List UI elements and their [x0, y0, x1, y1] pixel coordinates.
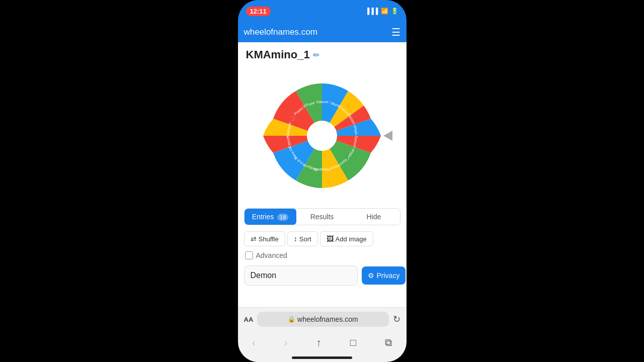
page-title: KMAmino_1 — [246, 48, 310, 61]
page-title-row: KMAmino_1 ✏ — [238, 42, 407, 65]
status-time: 12:11 — [246, 7, 271, 16]
status-bar: 12:11 ▐▐▐ 📶 🔋 — [238, 0, 407, 22]
tab-entries[interactable]: Entries 18 — [245, 209, 296, 225]
action-row: ⇄ Shuffle ↕ Sort 🖼 Add image — [238, 229, 407, 250]
url-text: wheelofnames.com — [297, 315, 358, 323]
lock-icon: 🔒 — [288, 316, 295, 323]
advanced-row: Advanced — [238, 250, 407, 263]
tabs-row: Entries 18 Results Hide — [244, 208, 400, 225]
sort-icon: ↕ — [294, 235, 297, 243]
battery-icon: 🔋 — [391, 8, 398, 15]
entry-input[interactable] — [244, 265, 358, 286]
home-indicator — [292, 356, 352, 359]
shuffle-icon: ⇄ — [251, 235, 257, 243]
hamburger-menu[interactable]: ☰ — [391, 26, 400, 38]
add-image-button[interactable]: 🖼 Add image — [320, 231, 373, 246]
sort-button[interactable]: ↕ Sort — [287, 231, 318, 246]
tab-results[interactable]: Results — [296, 209, 348, 225]
edit-icon[interactable]: ✏ — [313, 50, 319, 60]
forward-button[interactable]: › — [278, 335, 294, 350]
signal-icon: ▐▐▐ — [365, 8, 378, 15]
image-icon: 🖼 — [327, 235, 334, 243]
page-content: KMAmino_1 ✏ — [238, 42, 407, 307]
advanced-checkbox[interactable] — [245, 251, 253, 259]
back-button[interactable]: ‹ — [246, 335, 262, 350]
phone-frame: 12:11 ▐▐▐ 📶 🔋 wheelofnames.com ☰ KMAmino… — [238, 0, 407, 362]
advanced-label: Advanced — [256, 251, 287, 259]
aa-button[interactable]: AA — [244, 316, 254, 323]
wheel-svg-wrapper[interactable]: Demon •Phili• ✓Kenos kezu Allayanna Zard… — [257, 70, 387, 201]
svg-text:Sakura: Sakura — [316, 100, 329, 104]
address-bar[interactable]: 🔒 wheelofnames.com — [257, 312, 388, 327]
browser-header: wheelofnames.com ☰ — [238, 22, 407, 42]
tab-hide[interactable]: Hide — [348, 209, 400, 225]
tabs-button[interactable]: ⧉ — [379, 335, 398, 350]
svg-point-0 — [307, 121, 337, 151]
browser-url[interactable]: wheelofnames.com — [244, 27, 391, 37]
browser-bottom: AA 🔒 wheelofnames.com ↻ ‹ › ↑ □ ⧉ — [238, 307, 407, 362]
address-bar-row: AA 🔒 wheelofnames.com ↻ — [238, 308, 407, 331]
nav-bar: ‹ › ↑ □ ⧉ — [238, 331, 407, 356]
wheel-pointer — [383, 131, 392, 141]
gear-icon: ⚙ — [368, 272, 374, 280]
reload-button[interactable]: ↻ — [393, 314, 400, 325]
status-icons: ▐▐▐ 📶 🔋 — [365, 8, 398, 15]
entries-badge: 18 — [277, 214, 288, 221]
share-button[interactable]: ↑ — [310, 335, 328, 350]
shuffle-button[interactable]: ⇄ Shuffle — [244, 231, 285, 246]
wheel-container[interactable]: Demon •Phili• ✓Kenos kezu Allayanna Zard… — [238, 65, 407, 206]
entry-input-row: ⚙ Privacy — [238, 263, 407, 288]
privacy-button[interactable]: ⚙ Privacy — [362, 266, 406, 285]
bookmarks-button[interactable]: □ — [344, 335, 362, 350]
wifi-icon: 📶 — [381, 8, 388, 15]
wheel-svg[interactable]: Demon •Phili• ✓Kenos kezu Allayanna Zard… — [257, 70, 387, 201]
